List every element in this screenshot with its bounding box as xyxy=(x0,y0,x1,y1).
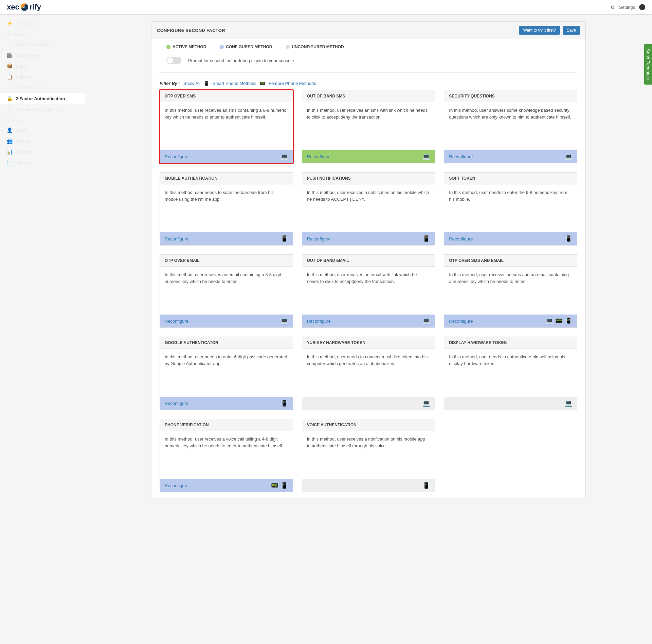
dot-unconfigured-icon xyxy=(286,45,290,49)
reconfigure-link[interactable]: Reconfigure xyxy=(165,154,188,159)
filter-label: Filter By : xyxy=(160,81,180,86)
card-title: PHONE VERIFICATION xyxy=(160,419,293,431)
sidebar-item-identity-providers[interactable]: 🗂Identity Providers xyxy=(0,39,85,50)
topbar: xec✓rify ⚙ Settings xyxy=(0,0,652,15)
method-card-security-questions: SECURITY QUESTIONSIn this method, user a… xyxy=(444,90,577,163)
config-panel: CONFIGURE SECOND FACTOR Want to try it f… xyxy=(151,21,586,498)
method-card-out-of-band-sms: OUT OF BAND SMSIn this method, user rece… xyxy=(302,90,435,163)
settings-link[interactable]: Settings xyxy=(619,5,635,10)
device-icon: 📱 xyxy=(422,482,430,489)
sidebar: ⚡DashboardConfigure🗂Identity Providers🏬U… xyxy=(0,15,85,638)
card-title: OUT OF BAND SMS xyxy=(302,90,435,102)
sidebar-item-2-factor-authentication[interactable]: 🔒2-Factor Authentication xyxy=(0,93,85,104)
card-title: YUBIKEY HARDWARE TOKEN xyxy=(302,337,435,349)
card-footer: Reconfigure📱 xyxy=(302,232,435,245)
card-title: OTP OVER SMS AND EMAIL xyxy=(444,255,577,267)
sidebar-item-customization[interactable]: ✎Customization xyxy=(0,82,85,93)
nav-label: Customization xyxy=(16,85,43,90)
device-icons: 💻 xyxy=(422,153,430,160)
reconfigure-link[interactable]: Reconfigure xyxy=(165,483,188,488)
device-icon: 📱 xyxy=(280,235,288,243)
legend-configured: CONFIGURED METHOD xyxy=(226,44,272,49)
device-icon: 💻 xyxy=(565,399,572,407)
card-footer: Reconfigure📱 xyxy=(160,232,293,245)
device-icons: 💻📟📱 xyxy=(546,317,572,325)
sidebar-item-users[interactable]: 👤Users xyxy=(0,125,85,136)
sidebar-item-user-stores[interactable]: 🏬User Stores xyxy=(0,50,85,60)
method-card-otp-over-sms-and-email: OTP OVER SMS AND EMAILIn this method, us… xyxy=(444,254,577,328)
filter-feature[interactable]: Feature Phone Methods xyxy=(269,81,316,86)
feedback-tab[interactable]: Send Feedback xyxy=(644,44,652,85)
nav-label: License xyxy=(16,160,31,165)
device-icon: 📱 xyxy=(280,482,288,489)
card-title: SECURITY QUESTIONS xyxy=(444,90,577,102)
card-footer: 💻 xyxy=(444,397,577,410)
sidebar-item-apps[interactable]: 📦Apps xyxy=(0,60,85,71)
device-icons: 📱 xyxy=(422,235,430,243)
card-title: OUT OF BAND EMAIL xyxy=(302,255,435,267)
nav-icon: 🏬 xyxy=(7,52,12,58)
sidebar-item-groups[interactable]: 👥Groups xyxy=(0,136,85,146)
device-icon: 📟 xyxy=(271,482,278,489)
reconfigure-link[interactable]: Reconfigure xyxy=(449,319,473,324)
device-icons: 💻 xyxy=(280,317,288,325)
avatar[interactable] xyxy=(639,4,645,10)
reconfigure-link[interactable]: Reconfigure xyxy=(165,401,188,406)
method-card-google-authenticator: GOOGLE AUTHENTICATORIn this method, user… xyxy=(160,337,293,410)
filter-smart[interactable]: Smart Phone Methods xyxy=(213,81,256,86)
nav-label: Policies xyxy=(16,74,31,79)
filter-show-all[interactable]: Show All xyxy=(183,81,200,86)
reconfigure-link[interactable]: Reconfigure xyxy=(307,236,331,242)
method-card-mobile-authentication: MOBILE AUTHENTICATIONIn this method, use… xyxy=(160,172,293,246)
sidebar-item-license[interactable]: 📄License xyxy=(0,157,85,168)
device-icons: 💻 xyxy=(280,153,288,160)
nav-icon: 🗂 xyxy=(7,41,12,47)
method-card-soft-token: SOFT TOKENIn this method, user needs to … xyxy=(444,172,577,246)
legend-row: ACTIVE METHOD CONFIGURED METHOD UNCONFIG… xyxy=(160,44,577,49)
device-icons: 📱 xyxy=(565,235,572,243)
card-description: In this method, user receives an email w… xyxy=(302,267,435,315)
sidebar-item-policies[interactable]: 📋Policies xyxy=(0,71,85,82)
nav-icon: 👤 xyxy=(7,127,12,133)
device-icons: 💻 xyxy=(565,399,572,407)
nav-label: Apps xyxy=(16,64,26,69)
sidebar-item-reports[interactable]: 📊Reports xyxy=(0,146,85,157)
reconfigure-link[interactable]: Reconfigure xyxy=(165,319,188,324)
method-card-out-of-band-email: OUT OF BAND EMAILIn this method, user re… xyxy=(302,254,435,328)
reconfigure-link[interactable]: Reconfigure xyxy=(307,319,331,324)
sidebar-item-adaptive-authentication[interactable]: ↻Adaptive Authentication xyxy=(0,104,85,115)
featurephone-icon: 📟 xyxy=(260,81,265,86)
try-button[interactable]: Want to try it first? xyxy=(519,26,560,35)
card-description: In this method, user needs to enter 6 di… xyxy=(160,349,293,397)
card-description: In this method, user needs to authentica… xyxy=(444,349,577,397)
device-icon: 📟 xyxy=(555,317,563,325)
logo: xec✓rify xyxy=(7,3,41,12)
reconfigure-link[interactable]: Reconfigure xyxy=(165,236,188,242)
device-icon: 💻 xyxy=(422,153,430,160)
dot-configured-icon xyxy=(220,45,224,49)
reconfigure-link[interactable]: Reconfigure xyxy=(307,154,331,159)
card-description: In this method, user receives a notifica… xyxy=(302,431,435,479)
reconfigure-link[interactable]: Reconfigure xyxy=(449,236,473,242)
card-footer: Reconfigure💻 xyxy=(302,150,435,163)
card-footer: Reconfigure📟📱 xyxy=(160,479,293,492)
method-card-display-hardware-token: DISPLAY HARDWARE TOKENIn this method, us… xyxy=(444,337,577,410)
smartphone-icon: 📱 xyxy=(204,81,209,86)
card-title: GOOGLE AUTHENTICATOR xyxy=(160,337,293,349)
card-title: OTP OVER SMS xyxy=(160,90,293,102)
sidebar-item-dashboard[interactable]: ⚡Dashboard xyxy=(0,18,85,29)
method-card-otp-over-email: OTP OVER EMAILIn this method, user recei… xyxy=(160,254,293,328)
card-title: VOICE AUTHENTICATION xyxy=(302,419,435,431)
prompt-toggle[interactable] xyxy=(166,57,181,64)
save-button[interactable]: Save xyxy=(563,26,580,35)
gear-icon[interactable]: ⚙ xyxy=(611,4,615,10)
nav-icon: 🔒 xyxy=(7,96,12,101)
device-icons: 📟📱 xyxy=(271,482,288,489)
dot-active-icon xyxy=(166,45,170,49)
nav-label: Identity Providers xyxy=(16,42,50,47)
card-footer: Reconfigure📱 xyxy=(160,397,293,410)
nav-label: Reports xyxy=(16,149,31,155)
reconfigure-link[interactable]: Reconfigure xyxy=(449,154,473,159)
card-footer: Reconfigure📱 xyxy=(444,232,577,245)
device-icon: 💻 xyxy=(280,317,288,325)
